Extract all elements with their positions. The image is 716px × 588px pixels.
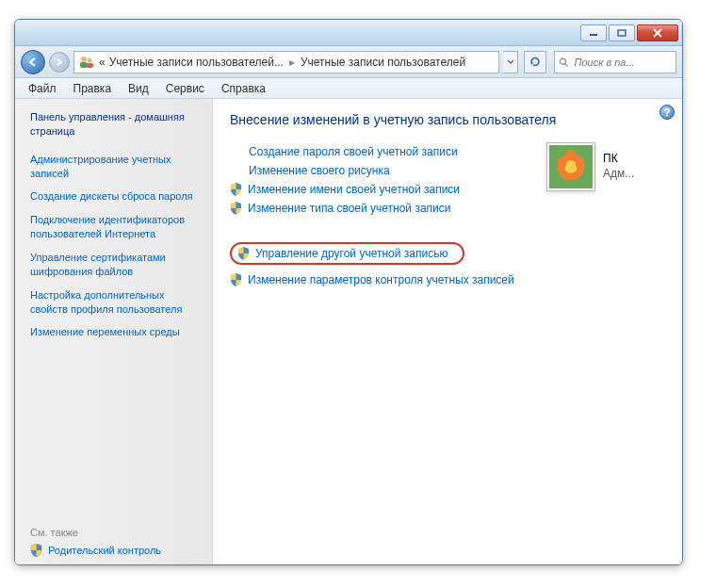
shield-icon (230, 183, 242, 196)
sidebar: Панель управления - домашняя страница Ад… (15, 99, 213, 564)
flower-image-icon (549, 145, 593, 188)
address-bar[interactable]: « Учетные записи пользователей... ▸ Учет… (73, 51, 499, 74)
minimize-button[interactable] (580, 24, 607, 41)
svg-rect-1 (618, 30, 626, 36)
menu-service[interactable]: Сервис (158, 80, 212, 97)
account-tile[interactable]: ПК Адм... (546, 142, 669, 191)
close-button[interactable] (637, 24, 678, 41)
svg-point-6 (560, 58, 565, 64)
breadcrumb-part2[interactable]: Учетные записи пользователей (301, 56, 465, 69)
parental-control-link[interactable]: Родительский контроль (30, 544, 203, 557)
sidebar-link-certificates[interactable]: Управление сертификатами шифрования файл… (30, 251, 203, 279)
address-dropdown-button[interactable] (503, 51, 518, 74)
close-icon (652, 28, 663, 38)
menu-help[interactable]: Справка (214, 80, 273, 97)
sidebar-home-link[interactable]: Панель управления - домашняя страница (30, 110, 203, 139)
link-manage-other-account[interactable]: Управление другой учетной записью (230, 242, 665, 265)
arrow-right-icon (55, 57, 64, 67)
account-picture (546, 142, 595, 191)
content-area: Панель управления - домашняя страница Ад… (15, 99, 682, 564)
maximize-button[interactable] (609, 24, 635, 41)
minimize-icon (589, 29, 598, 37)
svg-rect-5 (87, 63, 93, 68)
users-icon (78, 55, 95, 70)
breadcrumb-prefix: « (99, 56, 106, 69)
menu-file[interactable]: Файл (21, 80, 64, 97)
page-title: Внесение изменений в учетную запись поль… (230, 112, 665, 127)
svg-line-7 (565, 63, 568, 66)
link-change-type[interactable]: Изменение типа своей учетной записи (230, 201, 665, 216)
account-text: ПК Адм... (603, 152, 634, 181)
shield-icon (30, 544, 42, 557)
sidebar-spacer (30, 349, 203, 527)
chevron-down-icon (507, 58, 514, 66)
back-button[interactable] (21, 50, 45, 74)
sidebar-link-online-ids[interactable]: Подключение идентификаторов пользователе… (30, 213, 203, 241)
titlebar (15, 20, 682, 46)
shield-icon (230, 202, 242, 215)
svg-point-12 (576, 156, 585, 169)
sidebar-link-admin-accounts[interactable]: Администрирование учетных записей (30, 153, 203, 181)
link-change-uac[interactable]: Изменение параметров контроля учетных за… (230, 272, 665, 287)
account-role: Адм... (603, 167, 634, 182)
refresh-button[interactable] (524, 51, 546, 74)
breadcrumb-part1[interactable]: Учетные записи пользователей... (109, 56, 284, 69)
see-also-heading: См. также (30, 527, 203, 538)
help-icon: ? (664, 106, 671, 118)
sidebar-link-reset-disk[interactable]: Создание дискеты сброса пароля (30, 189, 203, 204)
parental-control-label: Родительский контроль (48, 545, 161, 556)
sidebar-link-profile-props[interactable]: Настройка дополнительных свойств профиля… (30, 288, 203, 317)
search-icon (559, 57, 569, 68)
svg-rect-0 (590, 34, 597, 36)
search-box[interactable] (554, 51, 676, 74)
navigation-bar: « Учетные записи пользователей... ▸ Учет… (15, 46, 682, 78)
svg-point-4 (88, 57, 92, 62)
forward-button[interactable] (49, 52, 70, 73)
maximize-icon (617, 29, 626, 37)
svg-point-2 (81, 57, 87, 62)
svg-point-10 (564, 160, 577, 172)
svg-point-11 (558, 156, 567, 169)
svg-rect-3 (80, 62, 88, 68)
arrow-left-icon (27, 57, 39, 68)
sidebar-link-env-vars[interactable]: Изменение переменных среды (30, 325, 203, 339)
shield-icon (230, 273, 242, 286)
account-name: ПК (603, 152, 634, 167)
menu-edit[interactable]: Правка (66, 80, 120, 97)
highlight-callout: Управление другой учетной записью (230, 242, 464, 265)
shield-icon (237, 247, 250, 260)
menu-view[interactable]: Вид (121, 80, 156, 97)
refresh-icon (529, 56, 542, 69)
svg-point-13 (565, 150, 577, 159)
menu-bar: Файл Правка Вид Сервис Справка (15, 78, 682, 99)
breadcrumb-separator-icon: ▸ (287, 56, 297, 69)
control-panel-window: « Учетные записи пользователей... ▸ Учет… (14, 19, 683, 565)
search-input[interactable] (573, 56, 673, 69)
main-pane: ? Внесение изменений в учетную запись по… (213, 99, 682, 564)
help-button[interactable]: ? (659, 105, 675, 120)
